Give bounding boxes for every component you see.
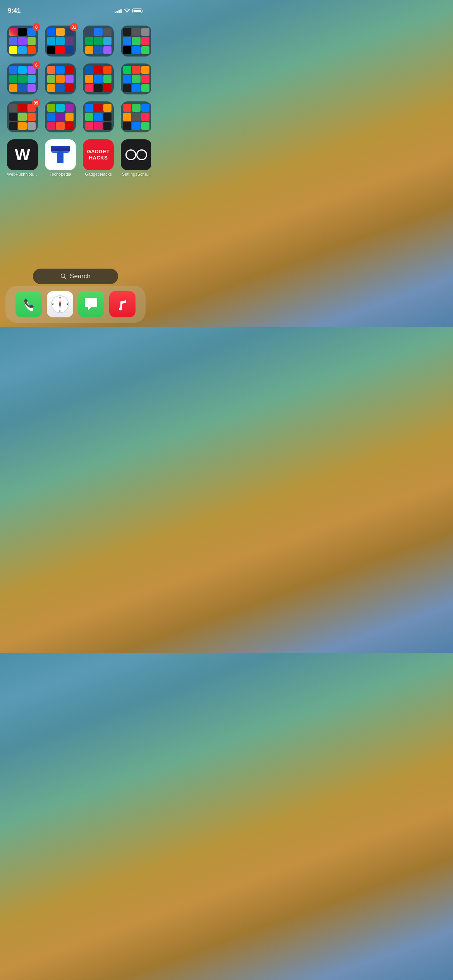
- app-settingssche-label: SettingsSche...: [122, 172, 151, 176]
- folder-devtools-icon: [83, 101, 114, 132]
- svg-text:N: N: [59, 296, 61, 299]
- folder-utilities[interactable]: [83, 26, 114, 57]
- app-gadgethacks-icon: GADGETHACKS: [83, 139, 114, 170]
- folder-devtools[interactable]: [83, 101, 114, 132]
- app-webpushnotifi-label: WebPushNotifi...: [7, 172, 38, 176]
- svg-point-8: [127, 151, 135, 159]
- folder-productivity[interactable]: 6: [7, 63, 38, 94]
- dock-messages-icon: [78, 291, 104, 317]
- folder-social[interactable]: 8: [7, 26, 38, 57]
- app-grid: 8 31: [0, 22, 151, 180]
- search-text: Search: [70, 272, 91, 280]
- svg-line-11: [65, 278, 67, 279]
- battery-icon: [132, 9, 143, 13]
- folder-browsers-icon: [45, 101, 76, 132]
- folder-finance[interactable]: [121, 63, 151, 94]
- dock-messages[interactable]: [78, 291, 104, 317]
- app-settingssche-icon: [121, 139, 151, 170]
- folder-news[interactable]: 99: [7, 101, 38, 132]
- folder-games-icon: [121, 26, 151, 57]
- app-techopedia[interactable]: Techopedia: [45, 139, 76, 176]
- folder-streaming[interactable]: 31: [45, 26, 76, 57]
- status-time: 9:41: [8, 7, 21, 15]
- folder-productivity-badge: 6: [33, 61, 40, 69]
- folder-food[interactable]: [83, 63, 114, 94]
- svg-marker-2: [51, 151, 57, 153]
- svg-text:W: W: [51, 303, 53, 305]
- folder-browsers[interactable]: [45, 101, 76, 132]
- folder-shopping[interactable]: [45, 63, 76, 94]
- svg-point-20: [59, 303, 61, 305]
- folder-games[interactable]: [121, 26, 151, 57]
- folder-analytics-icon: [121, 101, 151, 132]
- app-settingssche[interactable]: SettingsSche...: [121, 139, 151, 176]
- search-container: Search: [0, 269, 151, 284]
- dock-phone[interactable]: 📞: [15, 291, 42, 317]
- svg-rect-1: [57, 151, 63, 163]
- app-webpushnotifi-icon: W: [7, 139, 38, 170]
- svg-marker-3: [63, 151, 70, 153]
- dock-safari-icon: N S E W: [47, 291, 73, 317]
- app-gadgethacks[interactable]: GADGETHACKS Gadget Hacks: [83, 139, 114, 176]
- dock: 📞 N S E W: [5, 286, 146, 323]
- folder-social-badge: 8: [33, 23, 40, 31]
- folder-news-badge: 99: [32, 99, 40, 107]
- folder-productivity-icon: 6: [7, 63, 38, 94]
- app-gadgethacks-label: Gadget Hacks: [85, 172, 112, 176]
- app-techopedia-icon: [45, 139, 76, 170]
- signal-icon: [115, 9, 122, 13]
- dock-music-icon: [109, 291, 136, 317]
- dock-phone-icon: 📞: [15, 291, 42, 317]
- status-bar: 9:41: [0, 0, 151, 19]
- folder-utilities-icon: [83, 26, 114, 57]
- search-bar[interactable]: Search: [33, 269, 118, 284]
- dock-safari[interactable]: N S E W: [47, 291, 73, 317]
- folder-analytics[interactable]: [121, 101, 151, 132]
- app-techopedia-label: Techopedia: [50, 172, 71, 176]
- search-icon: [60, 273, 67, 279]
- folder-finance-icon: [121, 63, 151, 94]
- svg-marker-5: [51, 146, 70, 148]
- folder-social-icon: 8: [7, 26, 38, 57]
- app-webpushnotifi[interactable]: W WebPushNotifi...: [7, 139, 38, 176]
- svg-text:📞: 📞: [24, 298, 34, 308]
- folder-streaming-icon: 31: [45, 26, 76, 57]
- dock-music[interactable]: [109, 291, 136, 317]
- folder-shopping-icon: [45, 63, 76, 94]
- folder-food-icon: [83, 63, 114, 94]
- svg-point-9: [137, 151, 146, 159]
- folder-streaming-badge: 31: [70, 23, 78, 31]
- wifi-icon: [124, 9, 130, 13]
- folder-news-icon: 99: [7, 101, 38, 132]
- status-icons: [115, 9, 143, 13]
